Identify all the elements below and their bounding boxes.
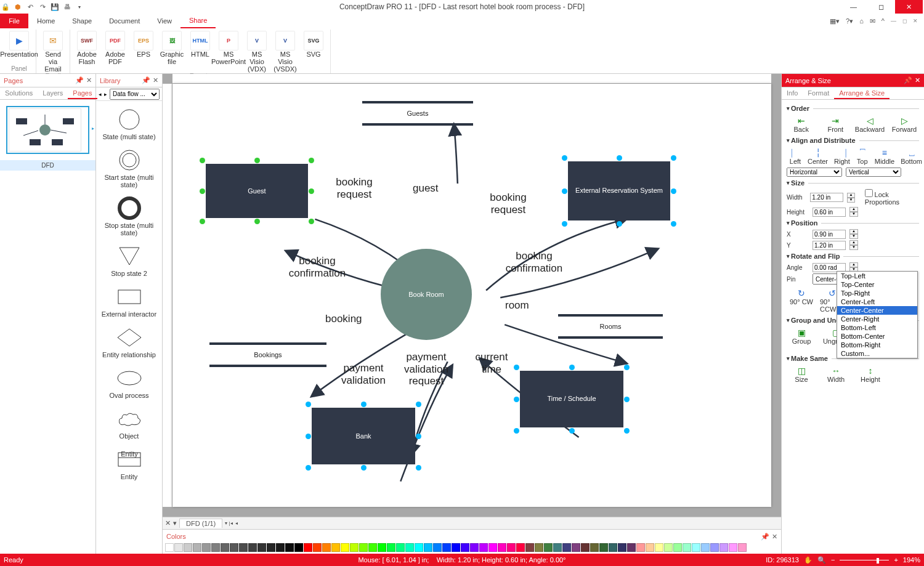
width-input[interactable] (810, 193, 843, 202)
align-left-button[interactable]: ⎸Left (789, 148, 801, 165)
library-item[interactable]: State (multi state) (96, 103, 162, 143)
color-swatch[interactable] (738, 543, 747, 552)
pin-option[interactable]: Center-Right (837, 315, 917, 323)
entity-time-selected[interactable]: Time / Schedule (516, 367, 627, 431)
color-swatch[interactable] (599, 543, 608, 552)
export-svg-button[interactable]: SVGSVG (301, 30, 326, 73)
shield-icon[interactable]: ⬢ (14, 2, 22, 11)
color-swatch[interactable] (331, 543, 340, 552)
color-swatch[interactable] (553, 543, 562, 552)
pin-option[interactable]: Center-Left (837, 297, 917, 306)
color-swatch[interactable] (442, 543, 451, 552)
library-category-select[interactable]: Data flow ... (110, 89, 160, 100)
tab-view[interactable]: View (148, 14, 180, 28)
pin-option[interactable]: Center-Center (837, 306, 917, 315)
home-icon[interactable]: ⌂ (859, 17, 864, 25)
width-spinner[interactable]: ▲▼ (847, 193, 855, 203)
align-center-button[interactable]: ╎Center (808, 148, 828, 165)
color-swatch[interactable] (479, 543, 488, 552)
color-swatch[interactable] (452, 543, 460, 552)
maximize-button[interactable]: ◻ (867, 0, 895, 14)
height-spinner[interactable]: ▲▼ (849, 207, 858, 217)
color-swatch[interactable] (165, 543, 174, 552)
order-front-button[interactable]: ⇥Front (824, 116, 848, 133)
color-swatch[interactable] (673, 543, 682, 552)
sheet-add-icon[interactable]: ✕ (165, 519, 171, 527)
thumb-expand-icon[interactable]: ▸ (92, 126, 94, 131)
canvas-wrap[interactable]: Guests Bookings Rooms Book Room Guest Ex… (163, 74, 781, 517)
color-swatch[interactable] (701, 543, 710, 552)
export-adobe-flash-button[interactable]: SWFAdobe Flash (74, 30, 100, 73)
color-swatch[interactable] (387, 543, 395, 552)
color-swatch[interactable] (562, 543, 571, 552)
process-book-room[interactable]: Book Room (381, 249, 472, 340)
export-eps-button[interactable]: EPSEPS (131, 30, 156, 73)
align-bottom-button[interactable]: ⎵Bottom (901, 148, 922, 165)
subtab-solutions[interactable]: Solutions (0, 87, 38, 99)
entity-external-selected[interactable]: External Reservation System (564, 158, 674, 224)
pin-option[interactable]: Custom... (837, 349, 917, 358)
color-swatch[interactable] (230, 543, 238, 552)
redo-icon[interactable]: ↷ (38, 2, 47, 11)
x-input[interactable] (813, 230, 846, 239)
order-back-button[interactable]: ⇤Back (789, 116, 814, 133)
align-middle-button[interactable]: ≡Middle (875, 148, 894, 165)
color-swatch[interactable] (719, 543, 728, 552)
pin-dropdown-open[interactable]: Top-LeftTop-CenterTop-RightCenter-LeftCe… (837, 271, 918, 358)
section-align[interactable]: Align and Distribute (787, 137, 919, 144)
library-item[interactable]: Entity relationship (96, 321, 162, 361)
color-swatch[interactable] (248, 543, 257, 552)
color-swatch[interactable] (211, 543, 220, 552)
color-swatch[interactable] (655, 543, 663, 552)
distribute-vertical-select[interactable]: Vertical (846, 168, 901, 177)
export-ms-visio-vsdx--button[interactable]: VMS Visio (VSDX) (272, 30, 298, 73)
library-item[interactable]: Oval process (96, 362, 162, 402)
color-swatch[interactable] (572, 543, 580, 552)
export-adobe-pdf-button[interactable]: PDFAdobe PDF (102, 30, 128, 73)
section-order[interactable]: Order (787, 105, 919, 112)
qat-more-icon[interactable]: ▾ (75, 2, 84, 11)
collapse-ribbon-icon[interactable]: ^ (881, 17, 885, 25)
save-icon[interactable]: 💾 (51, 2, 59, 11)
color-swatch[interactable] (461, 543, 469, 552)
close-button[interactable]: ✕ (895, 0, 923, 14)
color-swatch[interactable] (313, 543, 322, 552)
zoom-fit-icon[interactable]: 🔍 (817, 556, 826, 564)
pin-option[interactable]: Top-Left (837, 272, 917, 280)
export-ms-visio-vdx--button[interactable]: VMS Visio (VDX) (244, 30, 270, 73)
send-email-button[interactable]: ✉Send via Email (40, 30, 66, 73)
color-swatch[interactable] (433, 543, 442, 552)
color-swatch[interactable] (636, 543, 645, 552)
zoom-in-icon[interactable]: + (894, 556, 898, 564)
export-ms-powerpoint-button[interactable]: PMS PowerPoint (216, 30, 241, 73)
color-swatch[interactable] (378, 543, 386, 552)
color-swatch[interactable] (535, 543, 543, 552)
color-swatch[interactable] (498, 543, 506, 552)
mdi-close-icon[interactable]: ✕ (913, 18, 918, 24)
panel-close-icon[interactable]: ✕ (86, 76, 92, 84)
color-swatch[interactable] (193, 543, 201, 552)
same-size-button[interactable]: ◫Size (789, 366, 814, 383)
entity-bank-selected[interactable]: Bank (308, 404, 419, 468)
color-swatch[interactable] (470, 543, 479, 552)
tab-shape[interactable]: Shape (63, 14, 100, 28)
pin-icon[interactable]: 📌 (761, 533, 769, 541)
color-swatch[interactable] (304, 543, 312, 552)
color-swatch[interactable] (350, 543, 359, 552)
file-tab[interactable]: File (0, 14, 28, 28)
color-swatch[interactable] (590, 543, 599, 552)
entity-guest[interactable]: Guest (206, 164, 308, 218)
tab-home[interactable]: Home (28, 14, 63, 28)
section-size[interactable]: Size (787, 179, 919, 187)
pin-option[interactable]: Bottom-Right (837, 341, 917, 349)
color-swatch[interactable] (683, 543, 691, 552)
zoom-slider[interactable] (840, 560, 889, 560)
color-swatch[interactable] (221, 543, 229, 552)
subtab-pages[interactable]: Pages (68, 87, 97, 99)
undo-icon[interactable]: ↶ (26, 2, 34, 11)
sheet-first-icon[interactable]: ▾ |◂ (225, 520, 232, 526)
color-swatch[interactable] (396, 543, 405, 552)
sheet-back-icon[interactable]: ◂ (235, 520, 238, 526)
color-swatch[interactable] (488, 543, 497, 552)
pin-option[interactable]: Bottom-Center (837, 332, 917, 341)
